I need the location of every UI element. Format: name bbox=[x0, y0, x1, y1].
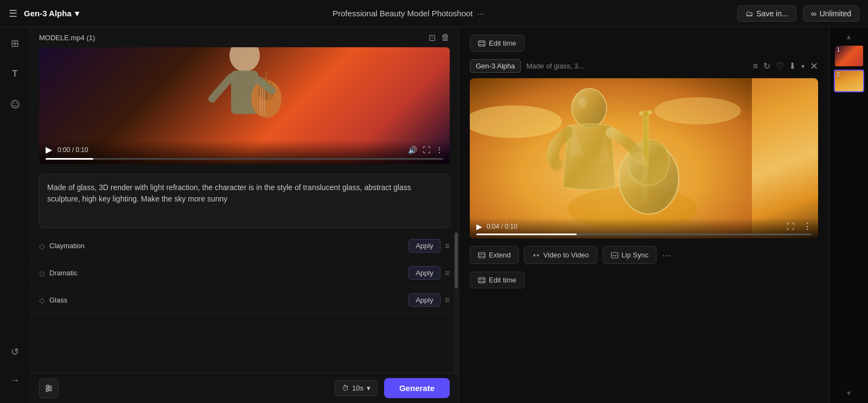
edit-time-button-bottom[interactable]: Edit time bbox=[470, 272, 525, 288]
preset-item-glass: ◇ Glass Apply ≡ bbox=[30, 287, 458, 314]
svg-point-2 bbox=[16, 103, 17, 104]
result-header: Gen-3 Alpha Made of glass, 3... ≡ ↻ ♡ ⬇ … bbox=[470, 59, 818, 73]
download-icon-result[interactable]: ⬇ bbox=[789, 61, 796, 71]
svg-point-37 bbox=[648, 110, 652, 115]
scrollbar-track bbox=[454, 232, 458, 373]
download-chevron-result[interactable]: ▾ bbox=[801, 62, 805, 70]
play-button[interactable]: ▶ bbox=[46, 144, 52, 155]
menu-icon-result[interactable]: ≡ bbox=[753, 61, 758, 71]
lip-sync-button[interactable]: Lip Sync bbox=[603, 246, 657, 264]
duration-selector[interactable]: ⏱ 10s ▾ bbox=[335, 380, 378, 396]
volume-icon[interactable]: 🔊 bbox=[408, 146, 417, 154]
sidebar-item-export[interactable]: → bbox=[5, 370, 25, 390]
topbar: ☰ Gen-3 Alpha ▾ Professional Beauty Mode… bbox=[0, 0, 868, 27]
result-video-controls: ▶ 0:04 / 0:10 ⛶ ⋮ bbox=[470, 218, 818, 238]
video-progress-bar[interactable] bbox=[46, 158, 443, 160]
app-title-chevron: ▾ bbox=[75, 9, 79, 18]
scroll-down-icon: ▼ bbox=[846, 389, 852, 397]
preset-menu-claymation[interactable]: ≡ bbox=[445, 241, 450, 251]
controls-row: ▶ 0:00 / 0:10 🔊 ⛶ ⋮ bbox=[46, 144, 443, 155]
topbar-left: ☰ Gen-3 Alpha ▾ bbox=[9, 8, 79, 20]
svg-point-3 bbox=[229, 47, 260, 72]
unlimited-button[interactable]: ∞ Unlimited bbox=[803, 5, 859, 22]
svg-point-18 bbox=[46, 389, 48, 392]
more-options-icon[interactable]: ⋮ bbox=[436, 146, 443, 154]
main-content: ⊞ T ↺ → MODELE.mp4 (1) ⊡ 🗑 bbox=[0, 27, 868, 403]
video-filename: MODELE.mp4 (1) bbox=[39, 34, 95, 42]
topbar-right: 🗂 Save in... ∞ Unlimited bbox=[737, 5, 859, 22]
menu-icon[interactable]: ☰ bbox=[9, 8, 17, 20]
svg-rect-46 bbox=[611, 253, 618, 258]
result-progress-bar[interactable] bbox=[476, 234, 812, 235]
app-title[interactable]: Gen-3 Alpha ▾ bbox=[24, 9, 79, 18]
video-to-video-button[interactable]: Video to Video bbox=[524, 246, 597, 264]
extend-button[interactable]: Extend bbox=[470, 246, 519, 264]
sidebar-item-layers[interactable]: ⊞ bbox=[5, 34, 25, 53]
apply-glass-button[interactable]: Apply bbox=[409, 293, 441, 307]
more-actions-button[interactable]: ··· bbox=[662, 249, 671, 261]
video-section: MODELE.mp4 (1) ⊡ 🗑 bbox=[30, 27, 458, 169]
preset-icon-claymation: ◇ bbox=[39, 242, 45, 250]
strip-number-2: 2 bbox=[837, 72, 840, 78]
delete-icon[interactable]: 🗑 bbox=[441, 33, 450, 43]
preset-left-glass: ◇ Glass bbox=[39, 296, 67, 305]
result-fullscreen-icon[interactable]: ⛶ bbox=[787, 222, 794, 231]
strip-scroll-down[interactable]: ▼ bbox=[829, 388, 868, 399]
film-icon-bottom bbox=[478, 276, 486, 284]
strip-number-1: 1 bbox=[837, 47, 840, 53]
result-more-icon[interactable]: ⋮ bbox=[803, 221, 812, 231]
preset-menu-dramatic[interactable]: ≡ bbox=[445, 268, 450, 278]
crop-icon[interactable]: ⊡ bbox=[429, 33, 436, 43]
close-button-result[interactable]: ✕ bbox=[810, 60, 818, 72]
settings-button[interactable] bbox=[39, 379, 59, 398]
infinity-icon: ∞ bbox=[811, 9, 816, 18]
save-icon: 🗂 bbox=[745, 9, 753, 18]
project-title-dots[interactable]: ··· bbox=[477, 9, 484, 18]
strip-scroll-up[interactable]: ▲ bbox=[829, 32, 868, 42]
heart-icon-result[interactable]: ♡ bbox=[776, 61, 783, 71]
svg-point-31 bbox=[578, 97, 587, 108]
fullscreen-icon[interactable]: ⛶ bbox=[423, 146, 430, 154]
result-controls-row: ▶ 0:04 / 0:10 ⛶ ⋮ bbox=[476, 221, 812, 231]
apply-claymation-button[interactable]: Apply bbox=[409, 239, 441, 253]
scrollbar-thumb[interactable] bbox=[455, 232, 458, 288]
save-button[interactable]: 🗂 Save in... bbox=[737, 5, 796, 22]
sidebar-item-text[interactable]: T bbox=[5, 64, 25, 84]
style-presets: ◇ Claymation Apply ≡ ◇ Dramatic Apply ≡ bbox=[30, 232, 458, 373]
result-play-button[interactable]: ▶ bbox=[476, 222, 482, 231]
duration-label: 10s bbox=[352, 384, 363, 392]
app-title-text: Gen-3 Alpha bbox=[24, 9, 72, 18]
sidebar-item-undo[interactable]: ↺ bbox=[5, 342, 25, 362]
sidebar-item-face[interactable] bbox=[5, 95, 25, 114]
edit-time-button-top[interactable]: Edit time bbox=[470, 35, 525, 52]
result-thumbnail bbox=[470, 78, 818, 238]
topbar-center: Professional Beauty Model Photoshoot ··· bbox=[333, 9, 484, 18]
preset-right-dramatic: Apply ≡ bbox=[409, 266, 450, 280]
video-player: ▶ 0:00 / 0:10 🔊 ⛶ ⋮ bbox=[39, 47, 450, 164]
strip-item-2[interactable]: 2 bbox=[834, 70, 864, 92]
extend-label: Extend bbox=[489, 251, 510, 259]
preset-name-claymation: Claymation bbox=[49, 242, 85, 250]
svg-point-16 bbox=[49, 387, 51, 389]
preset-menu-glass[interactable]: ≡ bbox=[445, 295, 450, 305]
extend-icon bbox=[478, 251, 486, 259]
prompt-box[interactable]: Made of glass, 3D render with light refr… bbox=[39, 174, 450, 228]
preset-icon-dramatic: ◇ bbox=[39, 269, 45, 278]
generate-label: Generate bbox=[399, 383, 435, 393]
video-progress-fill bbox=[46, 158, 93, 160]
model-badge: Gen-3 Alpha bbox=[470, 59, 521, 73]
refresh-icon-result[interactable]: ↻ bbox=[763, 61, 770, 71]
svg-rect-19 bbox=[478, 41, 485, 46]
svg-point-28 bbox=[654, 97, 741, 124]
apply-dramatic-button[interactable]: Apply bbox=[409, 266, 441, 280]
prompt-text: Made of glass, 3D render with light refr… bbox=[47, 183, 411, 203]
generate-button[interactable]: Generate bbox=[384, 378, 450, 398]
right-panel: Edit time Gen-3 Alpha Made of glass, 3..… bbox=[459, 27, 829, 403]
time-display: 0:00 / 0:10 bbox=[58, 146, 88, 154]
preset-left: ◇ Claymation bbox=[39, 242, 85, 250]
edit-time-label-top: Edit time bbox=[489, 39, 516, 47]
result-section: Gen-3 Alpha Made of glass, 3... ≡ ↻ ♡ ⬇ … bbox=[459, 59, 829, 238]
icon-sidebar: ⊞ T ↺ → bbox=[0, 27, 30, 403]
preset-right-glass: Apply ≡ bbox=[409, 293, 450, 307]
strip-item-1[interactable]: 1 bbox=[834, 45, 864, 67]
